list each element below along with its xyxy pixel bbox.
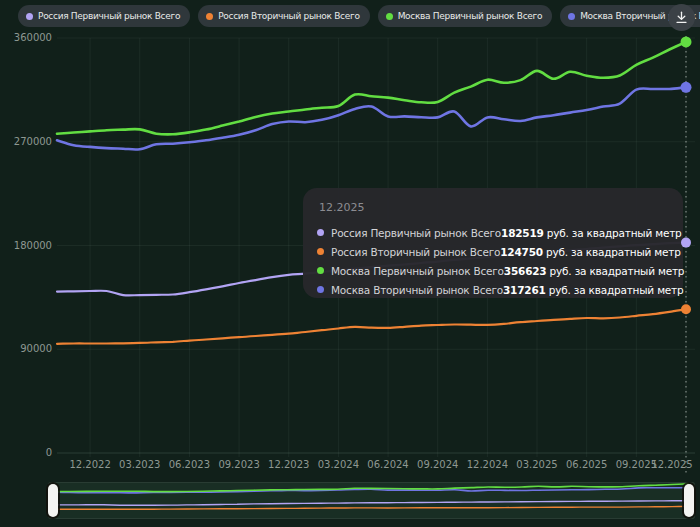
series-line-rus-secondary xyxy=(57,309,686,344)
y-axis-label: 360000 xyxy=(0,31,52,45)
x-axis-label: 09.2023 xyxy=(213,458,265,472)
tooltip-row-rus-secondary: Россия Вторичный рынок Всего124750 руб. … xyxy=(317,242,671,261)
download-icon xyxy=(675,11,688,24)
x-axis-label: 06.2025 xyxy=(561,458,613,472)
x-axis-label: 12.2023 xyxy=(263,458,315,472)
tooltip-series-value: 356623 руб. за квадратный метр xyxy=(504,265,684,277)
y-axis-label: 270000 xyxy=(0,135,52,149)
x-axis-label: 06.2024 xyxy=(362,458,414,472)
y-axis-label: 90000 xyxy=(0,342,52,356)
y-axis-label: 180000 xyxy=(0,239,52,253)
series-line-msk-primary xyxy=(57,42,686,135)
legend-label: Россия Вторичный рынок Всего xyxy=(218,11,359,21)
price-chart-panel: Россия Первичный рынок ВсегоРоссия Втори… xyxy=(0,0,700,527)
legend-dot-rus-secondary xyxy=(206,13,213,20)
tooltip-period: 12.2025 xyxy=(319,201,671,214)
x-axis-label: 06.2023 xyxy=(163,458,215,472)
legend-item-msk-primary[interactable]: Москва Первичный рынок Всего xyxy=(378,5,553,27)
tooltip: 12.2025 Россия Первичный рынок Всего1825… xyxy=(303,188,683,298)
x-axis-label: 12.2025 xyxy=(646,458,698,472)
legend-label: Москва Первичный рынок Всего xyxy=(398,11,543,21)
navigator-handle-right[interactable] xyxy=(684,484,694,517)
tooltip-series-value: 182519 руб. за квадратный метр xyxy=(501,227,681,239)
tooltip-dot-rus-secondary xyxy=(317,248,324,255)
legend: Россия Первичный рынок ВсегоРоссия Втори… xyxy=(18,5,700,27)
x-axis-label: 12.2022 xyxy=(64,458,116,472)
tooltip-series-value: 124750 руб. за квадратный метр xyxy=(500,246,680,258)
legend-dot-msk-secondary xyxy=(568,13,575,20)
tooltip-dot-msk-secondary xyxy=(317,286,324,293)
legend-dot-rus-primary xyxy=(26,13,33,20)
tooltip-dot-msk-primary xyxy=(317,267,324,274)
navigator-handle-left[interactable] xyxy=(48,484,58,517)
tooltip-series-value: 317261 руб. за квадратный метр xyxy=(503,284,683,296)
navigator-line-rus-secondary xyxy=(53,506,689,509)
tooltip-series-label: Россия Первичный рынок Всего xyxy=(331,227,501,239)
tooltip-row-rus-primary: Россия Первичный рынок Всего182519 руб. … xyxy=(317,223,671,242)
legend-dot-msk-primary xyxy=(386,13,393,20)
x-axis-label: 03.2023 xyxy=(114,458,166,472)
x-axis-label: 12.2024 xyxy=(461,458,513,472)
tooltip-series-label: Москва Первичный рынок Всего xyxy=(331,265,504,277)
legend-item-rus-secondary[interactable]: Россия Вторичный рынок Всего xyxy=(198,5,369,27)
navigator-line-msk-primary xyxy=(53,484,689,492)
navigator-line-rus-primary xyxy=(53,501,689,505)
x-axis-label: 03.2024 xyxy=(312,458,364,472)
x-axis-label: 09.2024 xyxy=(412,458,464,472)
legend-label: Россия Первичный рынок Всего xyxy=(38,11,180,21)
tooltip-rows: Россия Первичный рынок Всего182519 руб. … xyxy=(317,223,671,299)
tooltip-series-label: Россия Вторичный рынок Всего xyxy=(331,246,500,258)
tooltip-row-msk-secondary: Москва Вторичный рынок Всего317261 руб. … xyxy=(317,280,671,299)
tooltip-row-msk-primary: Москва Первичный рынок Всего356623 руб. … xyxy=(317,261,671,280)
tooltip-dot-rus-primary xyxy=(317,229,324,236)
tooltip-series-label: Москва Вторичный рынок Всего xyxy=(331,284,503,296)
x-axis-label: 03.2025 xyxy=(511,458,563,472)
download-button[interactable] xyxy=(668,4,695,31)
legend-item-rus-primary[interactable]: Россия Первичный рынок Всего xyxy=(18,5,190,27)
y-axis-label: 0 xyxy=(0,446,52,460)
